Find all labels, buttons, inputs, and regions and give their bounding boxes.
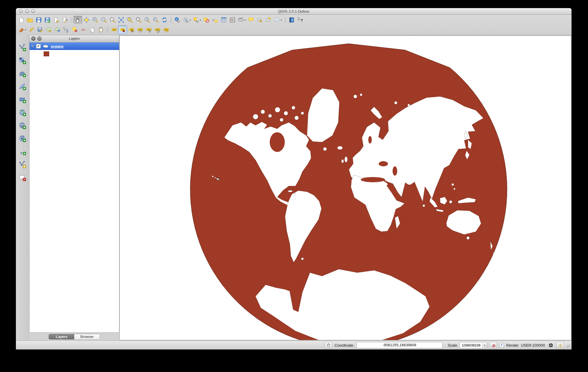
zoom-in-button[interactable]: [91, 16, 99, 24]
refresh-button[interactable]: [160, 16, 169, 24]
remove-layer-button[interactable]: [18, 173, 27, 182]
show-hide-labels-button[interactable]: abc: [136, 26, 144, 34]
rotate-label-button[interactable]: abc: [153, 26, 162, 34]
select-features-button[interactable]: [192, 16, 201, 24]
scale-combo[interactable]: 108606536 ▾: [459, 342, 487, 348]
labeling-button[interactable]: abc: [110, 26, 118, 34]
node-tool-icon: [63, 27, 69, 33]
whats-this-button[interactable]: ?: [296, 16, 305, 24]
add-postgis-layer-button[interactable]: [18, 69, 27, 78]
add-wcs-layer-button[interactable]: [18, 121, 27, 130]
layers-panel-header: × Layers: [29, 35, 119, 42]
zoom-in-icon: [92, 17, 98, 23]
pan-map-icon: [75, 17, 81, 23]
toggle-editing-icon: [28, 27, 35, 33]
map-tips-button[interactable]: [247, 16, 256, 24]
layer-symbol-row: [29, 50, 119, 57]
pin-labels-button[interactable]: ab: [118, 26, 127, 34]
move-feature-icon: [54, 27, 61, 33]
pan-to-selection-button[interactable]: [82, 16, 91, 24]
open-attribute-table-button[interactable]: [219, 16, 228, 24]
new-project-button[interactable]: [17, 16, 26, 24]
layer-name[interactable]: oceans: [51, 44, 64, 49]
deselect-features-button[interactable]: [202, 16, 211, 24]
zoom-next-button[interactable]: [151, 16, 160, 24]
measure-button[interactable]: [237, 16, 245, 24]
panel-float-icon[interactable]: [37, 36, 42, 41]
svg-text:?: ?: [291, 19, 293, 22]
copy-features-button[interactable]: [88, 26, 97, 34]
tab-browser[interactable]: Browser: [74, 334, 100, 339]
new-print-composer-button[interactable]: [52, 16, 60, 24]
zoom-last-button[interactable]: [143, 16, 151, 24]
add-wms-layer-icon: [19, 109, 26, 116]
node-tool-button[interactable]: [62, 26, 71, 34]
add-delimited-text-layer-button[interactable]: ,: [18, 147, 27, 156]
current-edits-button[interactable]: [17, 26, 26, 34]
scale-dropdown-icon[interactable]: ▾: [482, 343, 487, 348]
change-label-icon: abc: [163, 27, 169, 33]
zoom-out-button[interactable]: [99, 16, 108, 24]
resize-grip[interactable]: [567, 345, 571, 349]
messages-button[interactable]: [556, 342, 564, 349]
add-feature-button[interactable]: [45, 26, 53, 34]
zoom-next-icon: [153, 17, 159, 23]
panel-close-icon[interactable]: ×: [31, 36, 36, 41]
save-project-as-button[interactable]: [43, 16, 52, 24]
zoom-to-layer-button[interactable]: [134, 16, 143, 24]
polygon-layer-icon: [43, 44, 49, 48]
stop-render-button[interactable]: [489, 342, 497, 349]
move-feature-button[interactable]: [53, 26, 62, 34]
add-raster-layer-button[interactable]: [18, 56, 27, 65]
traffic-lights: [19, 9, 35, 13]
show-bookmarks-button[interactable]: [264, 16, 273, 24]
close-button[interactable]: [19, 9, 23, 13]
add-mssql-layer-button[interactable]: [18, 95, 27, 104]
text-annotation-button[interactable]: T: [273, 16, 282, 24]
pan-map-button[interactable]: [73, 16, 82, 24]
deselect-features-icon: [203, 17, 210, 23]
save-layer-edits-button[interactable]: [36, 26, 45, 34]
render-checkbox[interactable]: ✓: [499, 343, 504, 347]
delete-selected-button[interactable]: [71, 26, 79, 34]
new-shapefile-layer-button[interactable]: [18, 160, 27, 169]
help-contents-button[interactable]: ?: [287, 16, 296, 24]
add-spatialite-layer-button[interactable]: [18, 82, 27, 91]
layer-symbol-swatch[interactable]: [44, 51, 49, 56]
save-project-button[interactable]: [34, 16, 43, 24]
paste-features-button[interactable]: [97, 26, 105, 34]
delete-selected-icon: [72, 27, 78, 33]
toggle-editing-button[interactable]: [27, 26, 36, 34]
coordinate-field[interactable]: -9061255,16639808: [356, 342, 443, 348]
add-wms-layer-button[interactable]: [18, 108, 27, 117]
select-by-expression-button[interactable]: ε: [211, 16, 219, 24]
field-calculator-button[interactable]: [228, 16, 237, 24]
run-feature-action-button[interactable]: [182, 16, 191, 24]
add-vector-layer-icon: [19, 44, 26, 51]
map-canvas[interactable]: [119, 36, 572, 340]
identify-features-button[interactable]: i: [173, 16, 182, 24]
change-label-button[interactable]: abc: [162, 26, 170, 34]
title-bar[interactable]: QGIS 2.0.1-Dufour: [16, 8, 572, 15]
cut-features-button[interactable]: ✂: [79, 26, 88, 34]
open-project-button[interactable]: [26, 16, 34, 24]
layer-row-oceans[interactable]: ✓ oceans: [29, 42, 119, 50]
move-label-button[interactable]: abc: [144, 26, 153, 34]
svg-text:✂: ✂: [82, 27, 85, 33]
zoom-button[interactable]: [31, 9, 35, 13]
minimize-button[interactable]: [25, 9, 29, 13]
zoom-to-selection-button[interactable]: [125, 16, 134, 24]
layer-checkbox[interactable]: ✓: [36, 44, 41, 49]
add-vector-layer-button[interactable]: [18, 43, 27, 52]
composer-manager-button[interactable]: [60, 16, 69, 24]
toggle-mouse-position-button[interactable]: [325, 342, 332, 349]
expander-icon[interactable]: [31, 45, 34, 47]
highlight-pinned-labels-button[interactable]: ab: [127, 26, 136, 34]
crs-status-button[interactable]: [547, 342, 554, 348]
toolbar-separator: [284, 17, 286, 23]
zoom-full-button[interactable]: [117, 16, 125, 24]
tab-layers[interactable]: Layers: [49, 334, 74, 339]
add-wfs-layer-button[interactable]: [18, 134, 27, 143]
zoom-native-button[interactable]: 1:1: [108, 16, 117, 24]
new-bookmark-button[interactable]: [256, 16, 264, 24]
